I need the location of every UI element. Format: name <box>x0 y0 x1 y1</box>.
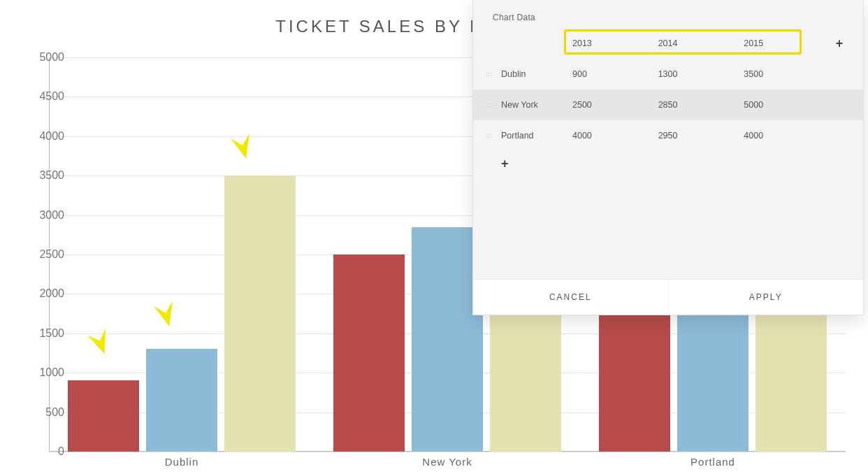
data-table: 2013 2014 2015 + Dublin 900 1300 3500 Ne… <box>473 28 863 181</box>
table-row: New York 2500 2850 5000 <box>473 89 863 120</box>
y-axis-tick: 4000 <box>22 130 64 143</box>
panel-title: Chart Data <box>473 0 863 28</box>
drag-handle-icon[interactable] <box>483 134 494 138</box>
data-cell[interactable]: 5000 <box>744 100 830 110</box>
y-axis-tick: 1500 <box>22 327 64 340</box>
table-header-row: 2013 2014 2015 + <box>473 28 863 59</box>
table-row: Dublin 900 1300 3500 <box>473 59 863 89</box>
column-header[interactable]: 2013 <box>572 38 658 48</box>
chart-data-panel: Chart Data 2013 2014 2015 + Dublin 900 1… <box>472 0 864 315</box>
y-axis-tick: 2000 <box>22 287 64 300</box>
x-axis-label: New York <box>422 456 472 468</box>
drag-handle-icon[interactable] <box>483 72 494 76</box>
y-axis-tick: 5000 <box>22 51 64 64</box>
add-row-button[interactable]: + <box>473 151 863 181</box>
panel-actions: CANCEL APPLY <box>473 279 863 315</box>
row-label[interactable]: Dublin <box>494 69 572 79</box>
column-header[interactable]: 2015 <box>744 38 830 48</box>
y-axis-tick: 4500 <box>22 90 64 103</box>
data-cell[interactable]: 2500 <box>572 100 658 110</box>
data-cell[interactable]: 2950 <box>658 131 744 141</box>
y-axis-tick: 0 <box>22 445 64 458</box>
bar <box>333 254 405 452</box>
bar <box>146 349 217 452</box>
y-axis-tick: 3000 <box>22 209 64 222</box>
y-axis-tick: 3500 <box>22 169 64 182</box>
grid-line <box>49 452 846 452</box>
y-axis-tick: 500 <box>22 406 64 419</box>
data-cell[interactable]: 4000 <box>744 131 830 141</box>
add-column-button[interactable]: + <box>830 36 849 51</box>
drag-handle-icon[interactable] <box>483 103 494 107</box>
column-header[interactable]: 2014 <box>658 38 744 48</box>
x-axis-label: Portland <box>690 456 735 468</box>
bar <box>224 175 296 452</box>
bar <box>68 380 139 452</box>
row-label[interactable]: Portland <box>494 131 572 141</box>
data-cell[interactable]: 2850 <box>658 100 744 110</box>
data-cell[interactable]: 1300 <box>658 69 744 79</box>
apply-button[interactable]: APPLY <box>668 280 864 315</box>
data-cell[interactable]: 3500 <box>744 69 830 79</box>
y-axis-tick: 1000 <box>22 366 64 379</box>
data-cell[interactable]: 4000 <box>572 131 658 141</box>
x-axis-label: Dublin <box>165 456 199 468</box>
cancel-button[interactable]: CANCEL <box>473 280 668 315</box>
y-axis-tick: 2500 <box>22 248 64 261</box>
row-label[interactable]: New York <box>494 100 572 110</box>
data-cell[interactable]: 900 <box>572 69 658 79</box>
table-row: Portland 4000 2950 4000 <box>473 120 863 151</box>
